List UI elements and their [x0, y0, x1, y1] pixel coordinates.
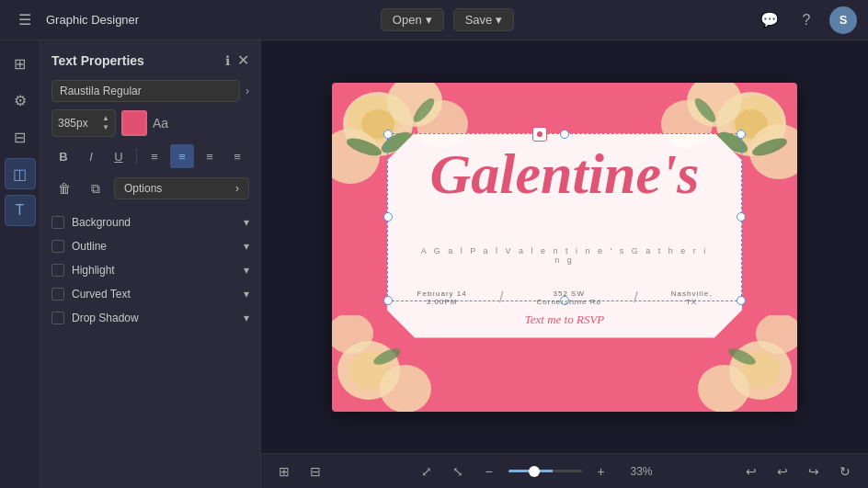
panel-title: Text Properties — [51, 53, 218, 68]
size-row: 385px ▲ ▼ Aa — [40, 106, 260, 141]
font-arrow-icon: › — [246, 85, 249, 97]
panel-info-icon[interactable]: ℹ — [225, 53, 230, 68]
design-canvas: Galentine's A G a l P a l V a l e n t i … — [332, 83, 797, 412]
zoom-level: 33% — [621, 465, 653, 478]
curved-text-label: Curved Text — [72, 288, 236, 301]
panel-header: Text Properties ℹ ✕ — [40, 40, 260, 76]
duplicate-button[interactable]: ⧉ — [83, 176, 108, 201]
bottom-left: ⊞ ⊟ — [272, 460, 327, 483]
detail-1: February 14 3:00PM — [417, 289, 467, 306]
topbar: ☰ Graphic Designer Open ▾ Save ▾ 💬 ? S — [0, 0, 868, 40]
text-case-button[interactable]: Aa — [153, 116, 168, 131]
svg-point-25 — [698, 365, 749, 412]
outline-expand-icon: ▾ — [244, 240, 249, 253]
detail-3-line1: Nashville, — [671, 289, 713, 298]
size-up-button[interactable]: ▲ — [102, 114, 109, 123]
zoom-in-button[interactable]: + — [589, 460, 613, 483]
layers-bottom-icon[interactable]: ⊞ — [272, 460, 296, 483]
topbar-left: ☰ Graphic Designer — [11, 6, 139, 34]
avatar[interactable]: S — [829, 6, 857, 34]
curved-text-checkbox[interactable] — [51, 288, 64, 301]
color-swatch[interactable] — [121, 110, 147, 136]
align-left-button[interactable]: ≡ — [143, 144, 166, 168]
prop-row-outline[interactable]: Outline ▾ — [40, 234, 260, 258]
menu-icon[interactable]: ☰ — [11, 6, 39, 34]
background-checkbox[interactable] — [51, 216, 64, 229]
main: ⊞ ⚙ ⊟ ◫ T Text Properties ℹ ✕ Raustila R… — [0, 40, 868, 488]
rotate-dot — [537, 131, 542, 137]
detail-1-line2: 3:00PM — [417, 298, 467, 306]
rotate-handle[interactable] — [532, 127, 547, 142]
grid-bottom-icon[interactable]: ⊟ — [303, 460, 327, 483]
align-right-button[interactable]: ≡ — [198, 144, 222, 168]
prop-row-drop-shadow[interactable]: Drop Shadow ▾ — [40, 306, 260, 330]
outline-checkbox[interactable] — [51, 240, 64, 253]
fit2-button[interactable]: ⤡ — [446, 460, 470, 483]
open-button[interactable]: Open ▾ — [381, 8, 444, 31]
highlight-checkbox[interactable] — [51, 264, 64, 277]
prop-row-curved-text[interactable]: Curved Text ▾ — [40, 282, 260, 306]
canvas-area: Galentine's A G a l P a l V a l e n t i … — [261, 40, 868, 488]
align-justify-button[interactable]: ≡ — [225, 144, 249, 168]
align-center-button[interactable]: ≡ — [170, 144, 194, 168]
icon-bar: ⊞ ⚙ ⊟ ◫ T — [0, 40, 40, 488]
options-button[interactable]: Options › — [114, 177, 249, 199]
outline-label: Outline — [72, 240, 236, 253]
detail-3-line2: TX — [671, 298, 713, 306]
layers-icon-btn[interactable]: ⊞ — [5, 48, 36, 79]
detail-2: 352 SW Cornerstone Rd — [536, 289, 600, 306]
save-button[interactable]: Save ▾ — [453, 8, 515, 31]
italic-button[interactable]: I — [79, 144, 103, 168]
delete-button[interactable]: 🗑 — [51, 176, 77, 201]
svg-point-20 — [380, 365, 431, 412]
panel-close-icon[interactable]: ✕ — [237, 51, 249, 69]
highlight-label: Highlight — [72, 264, 236, 277]
shapes-icon-btn[interactable]: ◫ — [5, 158, 36, 189]
bottom-center: ⤢ ⤡ − + 33% — [337, 460, 730, 483]
zoom-slider[interactable] — [508, 470, 582, 472]
detail-sep-2: / — [634, 289, 638, 306]
tools-row: 🗑 ⧉ Options › — [40, 172, 260, 205]
side-panel: Text Properties ℹ ✕ Raustila Regular › 3… — [40, 40, 261, 488]
detail-1-line1: February 14 — [417, 289, 467, 298]
canvas-viewport[interactable]: Galentine's A G a l P a l V a l e n t i … — [261, 40, 868, 453]
topbar-right: 💬 ? S — [756, 6, 857, 34]
font-size-input[interactable]: 385px ▲ ▼ — [51, 109, 116, 137]
format-row: B I U ≡ ≡ ≡ ≡ — [40, 141, 260, 172]
canvas-rsvp-text[interactable]: Text me to RSVP — [332, 312, 797, 327]
save-arrow-icon: ▾ — [496, 13, 502, 27]
grid-icon-btn[interactable]: ⊟ — [5, 121, 36, 153]
size-down-button[interactable]: ▼ — [102, 123, 109, 132]
drop-shadow-checkbox[interactable] — [51, 312, 64, 324]
text-icon-btn[interactable]: T — [5, 195, 36, 226]
bold-button[interactable]: B — [51, 144, 75, 168]
canvas-details-row: February 14 3:00PM / 352 SW Cornerstone … — [401, 289, 728, 306]
help-icon[interactable]: ? — [793, 6, 820, 34]
rotate-left-icon[interactable]: ↩ — [739, 460, 763, 483]
detail-3: Nashville, TX — [671, 289, 713, 306]
font-row: Raustila Regular › — [40, 76, 260, 106]
options-arrow-icon: › — [235, 182, 239, 195]
bottom-bar: ⊞ ⊟ ⤢ ⤡ − + 33% ↩ ↩ ↪ ↻ — [261, 453, 868, 488]
font-size-stepper[interactable]: ▲ ▼ — [102, 114, 109, 132]
prop-row-background[interactable]: Background ▾ — [40, 210, 260, 234]
canvas-subtitle: A G a l P a l V a l e n t i n e ' s G a … — [415, 246, 714, 265]
detail-2-line1: 352 SW — [536, 289, 600, 298]
undo-button[interactable]: ↩ — [771, 460, 794, 483]
drop-shadow-expand-icon: ▾ — [244, 312, 249, 324]
refresh-button[interactable]: ↻ — [833, 460, 857, 483]
format-separator — [136, 148, 137, 165]
chat-icon[interactable]: 💬 — [756, 6, 783, 34]
galentines-title[interactable]: Galentine's — [401, 145, 728, 202]
adjustments-icon-btn[interactable]: ⚙ — [5, 85, 36, 116]
underline-button[interactable]: U — [107, 144, 131, 168]
zoom-out-button[interactable]: − — [477, 460, 501, 483]
options-label: Options — [124, 182, 162, 195]
redo-button[interactable]: ↪ — [802, 460, 826, 483]
app-title: Graphic Designer — [46, 13, 139, 27]
prop-row-highlight[interactable]: Highlight ▾ — [40, 258, 260, 282]
font-selector[interactable]: Raustila Regular — [51, 80, 240, 102]
fit-button[interactable]: ⤢ — [415, 460, 439, 483]
open-arrow-icon: ▾ — [426, 13, 432, 27]
detail-sep-1: / — [499, 289, 504, 306]
